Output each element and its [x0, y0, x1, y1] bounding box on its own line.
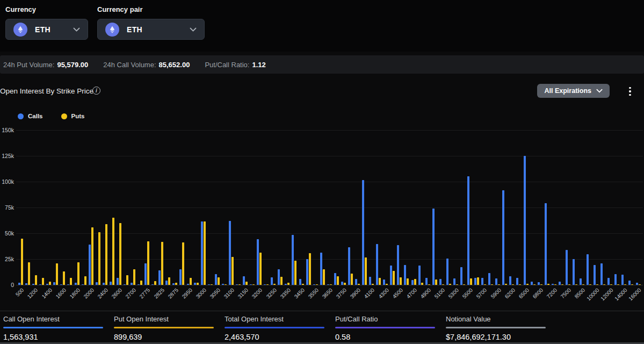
- put-bar: [218, 277, 220, 285]
- call-bar: [376, 244, 378, 285]
- y-axis-tick: 125k: [0, 153, 14, 159]
- call-bar: [75, 283, 77, 285]
- bar-group-1400: 1400: [45, 130, 52, 285]
- call-bar: [362, 180, 364, 285]
- call-bar: [194, 283, 196, 285]
- expirations-filter-button[interactable]: All Expirations: [537, 84, 610, 98]
- x-axis-tick: 5100: [433, 287, 446, 300]
- y-axis-tick: 0: [0, 282, 14, 288]
- bar-group-1600: 1600: [59, 130, 66, 285]
- put-bar: [372, 284, 374, 285]
- legend-puts-label: Puts: [71, 113, 85, 119]
- put-bar: [225, 284, 227, 285]
- call-bar: [614, 274, 617, 285]
- bar-group-2800: [150, 130, 157, 285]
- call-bar: [411, 280, 414, 285]
- call-bar: [103, 283, 105, 285]
- bar-group-3175: [249, 130, 256, 285]
- call-bar: [124, 284, 126, 285]
- put-bar: [294, 261, 296, 285]
- bar-group-11000: [599, 130, 606, 285]
- bar-group-7200: 7200: [551, 130, 558, 285]
- put-bar: [204, 221, 206, 285]
- put-bar: [168, 277, 170, 285]
- plot-area: 5001200140016001800200024002600270027752…: [17, 130, 642, 285]
- x-axis-tick: 5300: [447, 287, 460, 300]
- x-axis-tick: 2000: [82, 287, 95, 300]
- call-bar: [236, 284, 238, 285]
- bar-group-4300: 4300: [382, 130, 389, 285]
- bar-group-3075: [221, 130, 228, 285]
- put-bar: [309, 253, 311, 285]
- x-axis-tick: 3050: [209, 287, 222, 300]
- summary-label: Notional Value: [446, 315, 549, 323]
- bar-group-2950: 2950: [186, 130, 193, 285]
- call-bar: [18, 283, 20, 285]
- call-bar: [53, 282, 55, 285]
- eth-coin-icon: [105, 23, 119, 37]
- call-bar: [327, 284, 329, 285]
- put-bar: [28, 262, 30, 285]
- summary-underline: [3, 327, 103, 328]
- bar-group-2825: 2825: [157, 130, 164, 285]
- bar-group-3700: [333, 130, 340, 285]
- currency-select[interactable]: ETH: [5, 19, 88, 40]
- call-bar: [516, 278, 518, 285]
- put-bar: [421, 283, 423, 285]
- legend-puts[interactable]: Puts: [61, 113, 85, 119]
- put-bar: [435, 280, 437, 285]
- call-bar: [573, 259, 575, 285]
- summary-underline: [335, 327, 435, 328]
- call-bar: [404, 265, 406, 285]
- put-bar: [252, 284, 255, 285]
- summary-underline: [446, 327, 546, 328]
- currency-pair-select[interactable]: ETH: [97, 19, 205, 40]
- x-axis-tick: 500: [15, 287, 25, 298]
- call-bar: [524, 156, 526, 285]
- put-bar: [56, 263, 58, 285]
- bar-group-2700: 2700: [129, 130, 136, 285]
- x-axis-tick: 3750: [335, 287, 348, 300]
- call-bar: [39, 284, 41, 285]
- bar-group-2850: [164, 130, 171, 285]
- bar-group-6800: 6800: [537, 130, 544, 285]
- put-bar: [365, 257, 367, 285]
- top-controls: Currency ETH Currency pair ETH: [0, 0, 644, 52]
- chart-legend: Calls Puts: [18, 113, 84, 119]
- currency-value: ETH: [35, 25, 50, 34]
- legend-calls[interactable]: Calls: [18, 113, 43, 119]
- call-bar: [552, 284, 554, 285]
- chevron-down-icon: [73, 27, 80, 32]
- bar-group-6200: 6200: [508, 130, 515, 285]
- call-bar: [25, 283, 27, 285]
- stat-item: Put/Call Ratio:1.12: [205, 61, 265, 69]
- call-bar: [179, 269, 182, 285]
- calls-dot-icon: [18, 113, 24, 119]
- put-bar: [617, 284, 619, 285]
- call-bar: [278, 269, 280, 285]
- bar-group-3500: [305, 130, 312, 285]
- x-axis-tick: 10000: [585, 287, 600, 302]
- summary-value: 0.58: [335, 333, 438, 341]
- call-bar: [545, 203, 547, 285]
- x-axis-tick: 3350: [279, 287, 292, 300]
- put-bar: [112, 218, 114, 285]
- call-bar: [446, 259, 448, 285]
- info-icon[interactable]: i: [92, 87, 100, 95]
- x-axis-tick: 14000: [613, 287, 628, 302]
- put-bar: [175, 283, 177, 285]
- put-bar: [568, 284, 570, 285]
- kebab-menu-icon[interactable]: [625, 84, 635, 98]
- put-bar: [603, 284, 605, 285]
- x-axis-tick: 5900: [489, 287, 502, 300]
- put-bar: [519, 284, 521, 285]
- call-bar: [264, 284, 266, 285]
- put-bar: [540, 284, 542, 285]
- bar-group-4000: [361, 130, 368, 285]
- summary-label: Call Open Interest: [3, 315, 106, 323]
- put-bar: [337, 276, 339, 285]
- currency-pair-value: ETH: [127, 25, 142, 34]
- put-bar: [351, 274, 353, 285]
- bar-group-6000: [501, 130, 508, 285]
- put-bar: [49, 282, 51, 285]
